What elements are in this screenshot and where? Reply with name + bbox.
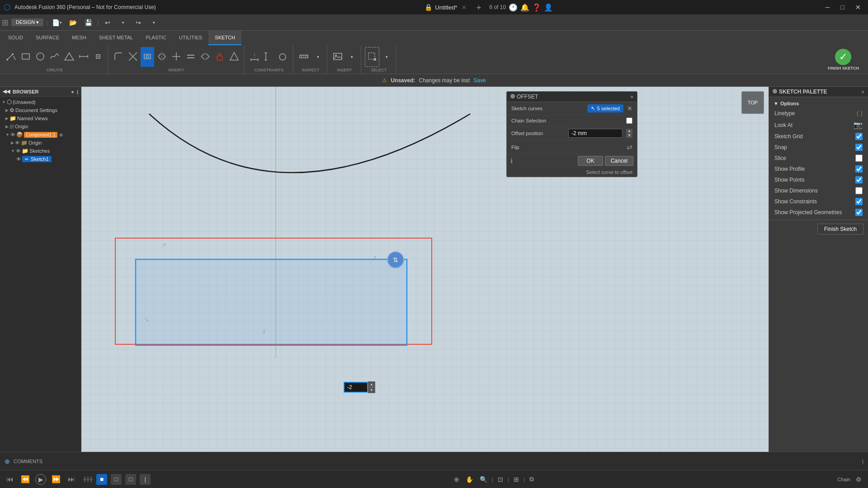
browser-item-sketch1[interactable]: 👁 ✏ Sketch1 bbox=[0, 155, 81, 163]
sketch1-eye[interactable]: 👁 bbox=[16, 156, 21, 162]
insert-dropdown-btn[interactable]: ▾ bbox=[345, 47, 358, 67]
browser-item-named-views[interactable]: ▶ 📁 Named Views bbox=[0, 114, 81, 122]
clear-selection-btn[interactable]: ✕ bbox=[627, 105, 632, 112]
view-cube[interactable]: TOP bbox=[741, 91, 764, 114]
offset-expand-icon[interactable]: » bbox=[630, 94, 633, 100]
show-profile-checkbox[interactable] bbox=[855, 165, 863, 173]
comments-add-icon[interactable]: ⊕ bbox=[5, 458, 10, 465]
browser-item-origin-top[interactable]: ▶ ⊞ Origin bbox=[0, 122, 81, 131]
browser-expand-icon[interactable]: ◀◀ bbox=[3, 89, 10, 94]
zoom-btn[interactable]: 🔍 bbox=[478, 475, 489, 484]
fit-btn[interactable]: ⊡ bbox=[496, 475, 505, 484]
arc-tool-btn[interactable] bbox=[62, 47, 76, 67]
horiz-dim-btn[interactable] bbox=[248, 47, 261, 67]
offset-position-input[interactable] bbox=[568, 129, 623, 138]
canvas-mode-3-btn[interactable]: □ bbox=[125, 474, 136, 485]
circle-tool-btn[interactable] bbox=[33, 47, 47, 67]
show-projected-geometries-checkbox[interactable] bbox=[855, 209, 863, 216]
nav-prev-btn[interactable]: ⏪ bbox=[19, 474, 32, 484]
comments-collapse-icon[interactable]: | bbox=[862, 459, 863, 464]
show-dimensions-checkbox[interactable] bbox=[855, 187, 863, 194]
apps-grid-icon[interactable]: ⊞ bbox=[2, 18, 9, 28]
line-tool-btn[interactable] bbox=[5, 47, 18, 67]
diagonal-btn[interactable] bbox=[198, 47, 212, 67]
play-btn[interactable]: ▶ bbox=[35, 474, 46, 485]
select-dropdown-btn[interactable]: ▾ bbox=[380, 47, 393, 67]
fillet-btn[interactable] bbox=[112, 47, 125, 67]
origin-comp-eye[interactable]: 👁 bbox=[15, 140, 20, 145]
line-segment-tool-btn[interactable] bbox=[77, 47, 90, 67]
offset-up-btn[interactable]: ▲ bbox=[626, 129, 632, 133]
design-mode-btn[interactable]: DESIGN ▾ bbox=[11, 19, 43, 26]
offset-down-btn[interactable]: ▼ bbox=[626, 133, 632, 138]
open-file-btn[interactable]: 📂 bbox=[66, 16, 79, 29]
look-at-button[interactable]: 📷 bbox=[854, 121, 863, 129]
slice-checkbox[interactable] bbox=[855, 155, 863, 162]
sketches-eye[interactable]: 👁 bbox=[16, 148, 21, 154]
tab-utilities[interactable]: UTILITIES bbox=[173, 31, 208, 45]
add-tab-btn[interactable]: ＋ bbox=[475, 2, 483, 13]
sketch-grid-checkbox[interactable] bbox=[855, 133, 863, 140]
close-button[interactable]: ✕ bbox=[852, 3, 864, 12]
help-icon[interactable]: ❓ bbox=[532, 3, 541, 12]
save-file-btn[interactable]: 💾 bbox=[82, 16, 94, 29]
orbit-btn[interactable]: ⊕ bbox=[452, 475, 461, 484]
redo-btn[interactable]: ↪ bbox=[132, 16, 145, 29]
canvas-mode-2-btn[interactable]: □ bbox=[111, 474, 122, 485]
undo-btn[interactable]: ↩ bbox=[101, 16, 114, 29]
browser-item-doc-settings[interactable]: ▶ ⚙ Document Settings bbox=[0, 106, 81, 114]
inspect-dropdown-btn[interactable]: ▾ bbox=[311, 47, 324, 67]
cancel-button[interactable]: Cancel bbox=[605, 156, 633, 166]
inspect-ruler-btn[interactable] bbox=[297, 47, 311, 67]
ok-button[interactable]: OK bbox=[578, 156, 603, 166]
insert-image-btn[interactable] bbox=[331, 47, 344, 67]
select-box-btn[interactable] bbox=[365, 47, 379, 67]
user-icon[interactable]: 👤 bbox=[544, 3, 553, 12]
point-tool-btn[interactable] bbox=[91, 47, 105, 67]
browser-item-unsaved[interactable]: ▼ ⬡ (Unsaved) bbox=[0, 98, 81, 106]
browser-item-origin-comp[interactable]: ▶ 👁 📁 Origin bbox=[0, 139, 81, 147]
pan-btn[interactable]: ✋ bbox=[464, 475, 475, 484]
viewport-btn[interactable]: ⧉ bbox=[528, 474, 536, 484]
lock-btn[interactable] bbox=[213, 47, 226, 67]
eye-icon[interactable]: 👁 bbox=[10, 132, 15, 137]
rectangle-tool-btn[interactable] bbox=[19, 47, 33, 67]
maximize-button[interactable]: □ bbox=[837, 3, 848, 12]
equal-btn[interactable] bbox=[184, 47, 198, 67]
sketch-palette-expand-icon[interactable]: » bbox=[861, 89, 864, 95]
floating-offset-input[interactable] bbox=[344, 382, 368, 393]
browser-item-sketches[interactable]: ▼ 👁 📁 Sketches bbox=[0, 147, 81, 155]
options-section-title[interactable]: ▼ Options bbox=[769, 99, 868, 108]
vert-dim-btn[interactable] bbox=[262, 47, 276, 67]
linetype-right-icon[interactable]: ⟩ bbox=[860, 110, 863, 117]
chain-selection-checkbox[interactable] bbox=[626, 117, 632, 124]
browser-item-component1[interactable]: ▼ 👁 📦 Component1:1 ⊕ bbox=[0, 131, 81, 139]
floating-up-btn[interactable]: ▲ bbox=[368, 381, 375, 387]
tab-surface[interactable]: SURFACE bbox=[29, 31, 66, 45]
triangle-btn[interactable] bbox=[227, 47, 241, 67]
settings-gear-btn[interactable]: ⚙ bbox=[854, 475, 863, 484]
grid-btn[interactable]: ⊞ bbox=[512, 475, 521, 484]
redo-dropdown-btn[interactable]: ▾ bbox=[147, 16, 160, 29]
notification-icon[interactable]: 🔔 bbox=[520, 3, 529, 12]
new-file-btn[interactable]: 📄 ▾ bbox=[50, 16, 64, 29]
tab-mesh[interactable]: MESH bbox=[66, 31, 93, 45]
floating-down-btn[interactable]: ▼ bbox=[368, 387, 375, 393]
canvas-mode-active-btn[interactable]: ■ bbox=[96, 474, 107, 485]
circle-dim-btn[interactable] bbox=[277, 47, 290, 67]
nav-next-btn[interactable]: ⏩ bbox=[50, 474, 62, 484]
snap-checkbox[interactable] bbox=[855, 144, 863, 151]
show-constraints-checkbox[interactable] bbox=[855, 198, 863, 205]
offset-btn[interactable] bbox=[141, 47, 154, 67]
canvas-area[interactable]: → → → ↓ ⇅ TOP ▲ ▼ OFFSET » bbox=[81, 87, 769, 452]
browser-pin-icon[interactable]: ● bbox=[71, 89, 74, 94]
show-points-checkbox[interactable] bbox=[855, 176, 863, 183]
nav-first-btn[interactable]: ⏮ bbox=[5, 474, 15, 484]
browser-collapse-icon[interactable]: | bbox=[77, 89, 78, 94]
clock-icon[interactable]: 🕐 bbox=[509, 3, 518, 12]
palette-finish-sketch-btn[interactable]: Finish Sketch bbox=[817, 224, 863, 235]
undo-dropdown-btn[interactable]: ▾ bbox=[117, 16, 129, 29]
mirror-btn[interactable] bbox=[155, 47, 169, 67]
tab-sketch[interactable]: SKETCH bbox=[208, 31, 241, 45]
tab-solid[interactable]: SOLID bbox=[2, 31, 29, 45]
